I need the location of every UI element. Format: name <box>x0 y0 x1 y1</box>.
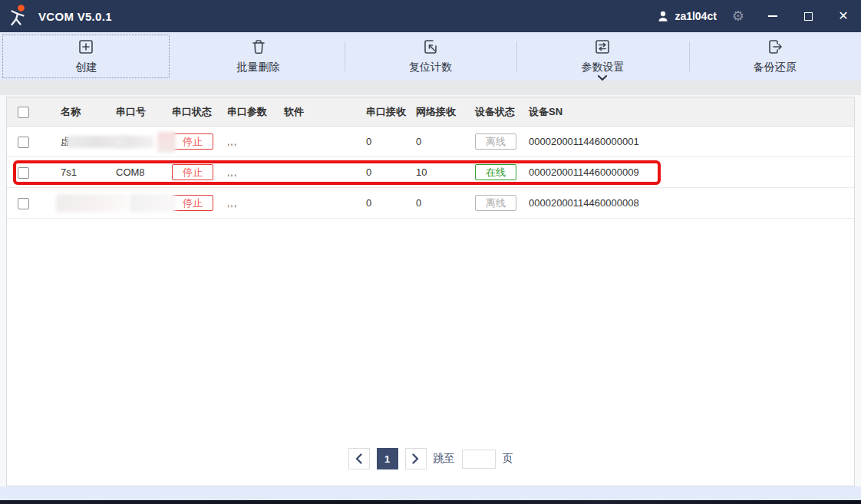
add-square-icon <box>78 38 94 55</box>
create-label: 创建 <box>75 61 97 74</box>
close-icon: ✕ <box>838 10 848 22</box>
close-button[interactable]: ✕ <box>826 0 861 32</box>
next-page-button[interactable] <box>405 448 427 469</box>
row-checkbox[interactable] <box>18 198 29 209</box>
jump-page-input[interactable] <box>462 450 496 469</box>
header-device-status: 设备状态 <box>469 105 523 119</box>
header-sn: 设备SN <box>523 105 854 119</box>
gear-icon[interactable]: ⚙ <box>732 9 744 23</box>
port-status-badge: 停止 <box>172 133 213 150</box>
cell-com: COM8 <box>110 166 166 178</box>
header-net-rx: 网络接收 <box>410 105 469 119</box>
cell-serial-rx: 0 <box>360 136 410 147</box>
header-port-status: 串口状态 <box>166 105 221 119</box>
toolbar-substrip <box>0 81 861 95</box>
pagination: 1 跳至 页 <box>7 448 854 469</box>
port-status-badge: 停止 <box>172 164 213 180</box>
chevron-left-icon <box>355 453 362 464</box>
maximize-icon <box>804 12 813 21</box>
jump-to-label: 跳至 <box>434 452 455 466</box>
settings-params-icon <box>594 38 611 55</box>
chevron-right-icon <box>412 453 419 464</box>
minimize-icon <box>768 15 777 17</box>
toolbar: 创建 批量删除 复位计数 参数设置 备份还原 <box>0 32 861 81</box>
cell-sn: 00002000114460000008 <box>523 197 854 209</box>
prev-page-button[interactable] <box>348 448 370 469</box>
device-status-badge: 在线 <box>475 164 516 180</box>
param-settings-label: 参数设置 <box>581 61 624 74</box>
device-status-badge: 离线 <box>475 195 516 211</box>
reset-count-button[interactable]: 复位计数 <box>345 32 516 81</box>
create-button[interactable]: 创建 <box>0 32 172 81</box>
device-table-panel: 名称 串口号 串口状态 串口参数 软件 串口接收 网络接收 设备状态 设备SN … <box>6 97 855 486</box>
redacted-text <box>56 194 128 212</box>
app-title: VCOM V5.0.1 <box>38 10 112 23</box>
row-checkbox[interactable] <box>18 167 29 179</box>
header-name: 名称 <box>54 105 110 119</box>
redacted-text <box>130 194 176 212</box>
cell-port-params: ,,, <box>221 137 278 147</box>
chevron-down-icon <box>597 75 608 81</box>
footer-strip <box>0 486 861 500</box>
current-page[interactable]: 1 <box>377 448 398 469</box>
username-label: za1l04ct <box>675 10 716 22</box>
cell-port-params: ,,, <box>221 198 278 209</box>
user-icon <box>656 9 670 23</box>
cell-port-params: ,,, <box>221 167 278 178</box>
backup-restore-icon <box>767 38 783 55</box>
titlebar: VCOM V5.0.1 za1l04ct ⚙ ✕ <box>0 0 861 32</box>
backup-restore-label: 备份还原 <box>754 61 797 74</box>
page-unit-label: 页 <box>503 452 513 466</box>
cell-net-rx: 10 <box>410 166 469 178</box>
cell-sn: 00002000114460000001 <box>523 136 854 147</box>
taskbar-edge <box>0 500 861 504</box>
select-all-checkbox[interactable] <box>18 107 29 118</box>
redacted-text <box>157 132 176 153</box>
cell-serial-rx: 0 <box>360 197 410 209</box>
app-logo-icon <box>6 4 31 28</box>
table-row[interactable]: 虚 停止 ,,, 0 0 离线 00002000114460000001 <box>7 127 854 157</box>
cell-sn: 00002000114460000009 <box>523 166 854 178</box>
reset-count-label: 复位计数 <box>409 61 452 74</box>
header-com: 串口号 <box>110 105 166 119</box>
batch-delete-button[interactable]: 批量删除 <box>172 32 344 81</box>
cell-net-rx: 0 <box>410 197 469 209</box>
param-settings-button[interactable]: 参数设置 <box>516 32 688 81</box>
header-software: 软件 <box>278 105 360 119</box>
minimize-button[interactable] <box>755 0 790 32</box>
redacted-text <box>117 136 154 148</box>
header-port-params: 串口参数 <box>221 105 278 119</box>
cell-net-rx: 0 <box>410 136 469 147</box>
maximize-button[interactable] <box>790 0 826 32</box>
table-row[interactable]: 停止 ,,, 0 0 离线 00002000114460000008 <box>7 188 854 219</box>
table-row[interactable]: 7s1 COM8 停止 ,,, 0 10 在线 0000200011446000… <box>7 157 854 188</box>
table-header-row: 名称 串口号 串口状态 串口参数 软件 串口接收 网络接收 设备状态 设备SN <box>7 97 854 127</box>
backup-restore-button[interactable]: 备份还原 <box>689 32 861 81</box>
user-account[interactable]: za1l04ct <box>656 9 716 23</box>
batch-delete-label: 批量删除 <box>237 61 280 74</box>
cell-serial-rx: 0 <box>360 166 410 178</box>
cell-name: 7s1 <box>54 166 110 178</box>
port-status-badge: 停止 <box>172 195 213 211</box>
header-serial-rx: 串口接收 <box>360 105 410 119</box>
trash-icon <box>250 38 267 55</box>
reset-count-icon <box>422 38 439 55</box>
row-checkbox[interactable] <box>18 137 29 148</box>
device-status-badge: 离线 <box>475 133 516 150</box>
